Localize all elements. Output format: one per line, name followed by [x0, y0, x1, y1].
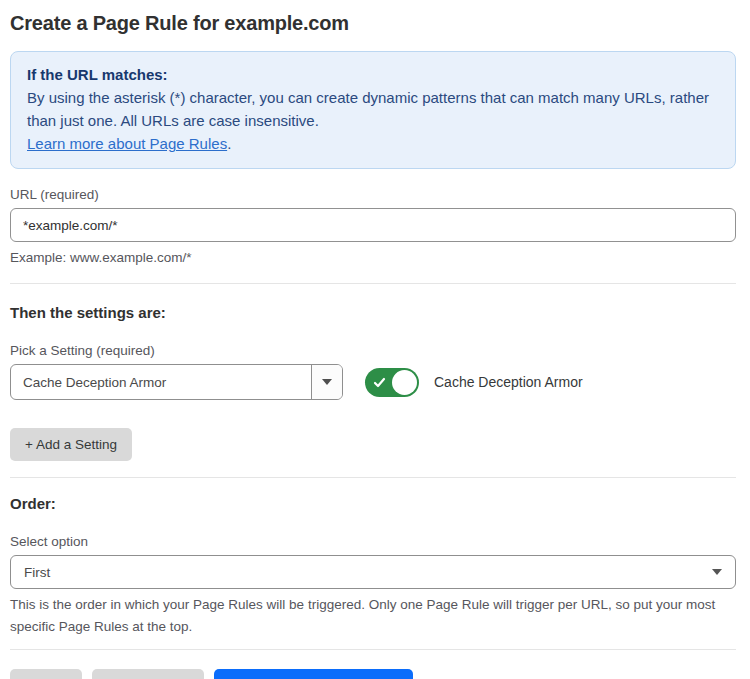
setting-select[interactable]: Cache Deception Armor — [10, 364, 343, 400]
order-select-label: Select option — [10, 534, 736, 549]
order-select-value: First — [24, 565, 50, 580]
setting-select-arrow-button[interactable] — [311, 365, 342, 399]
setting-toggle-label: Cache Deception Armor — [434, 374, 583, 390]
settings-section-heading: Then the settings are: — [10, 304, 736, 321]
setting-picker-label: Pick a Setting (required) — [10, 343, 736, 358]
order-helper: This is the order in which your Page Rul… — [10, 594, 736, 638]
learn-more-link[interactable]: Learn more about Page Rules — [27, 135, 227, 152]
divider — [10, 477, 736, 478]
url-field-helper: Example: www.example.com/* — [10, 247, 736, 269]
save-as-draft-button[interactable]: Save as Draft — [92, 669, 204, 679]
order-select[interactable]: First — [10, 555, 736, 589]
setting-select-value: Cache Deception Armor — [11, 365, 311, 399]
page-title: Create a Page Rule for example.com — [10, 12, 736, 35]
divider — [10, 649, 736, 650]
save-and-deploy-button[interactable]: Save and Deploy Page Rule — [214, 669, 414, 679]
check-icon — [373, 376, 386, 389]
info-box-body: By using the asterisk (*) character, you… — [27, 86, 719, 132]
cancel-button[interactable]: Cancel — [10, 669, 82, 679]
info-box-link-line: Learn more about Page Rules. — [27, 132, 719, 155]
chevron-down-icon — [322, 379, 332, 385]
divider — [10, 283, 736, 284]
chevron-down-icon — [712, 569, 722, 575]
info-box-heading: If the URL matches: — [27, 63, 719, 86]
toggle-knob — [392, 370, 417, 395]
url-match-info-box: If the URL matches: By using the asteris… — [10, 51, 736, 169]
url-field-label: URL (required) — [10, 187, 736, 202]
setting-row: Cache Deception Armor Cache Deception Ar… — [10, 364, 736, 400]
add-setting-button[interactable]: + Add a Setting — [10, 428, 132, 461]
order-section-heading: Order: — [10, 495, 736, 512]
link-suffix: . — [227, 135, 231, 152]
footer-actions: Cancel Save as Draft Save and Deploy Pag… — [10, 669, 736, 679]
setting-toggle[interactable] — [365, 368, 419, 397]
url-input[interactable] — [10, 208, 736, 242]
page-rule-form: Create a Page Rule for example.com If th… — [0, 0, 750, 679]
